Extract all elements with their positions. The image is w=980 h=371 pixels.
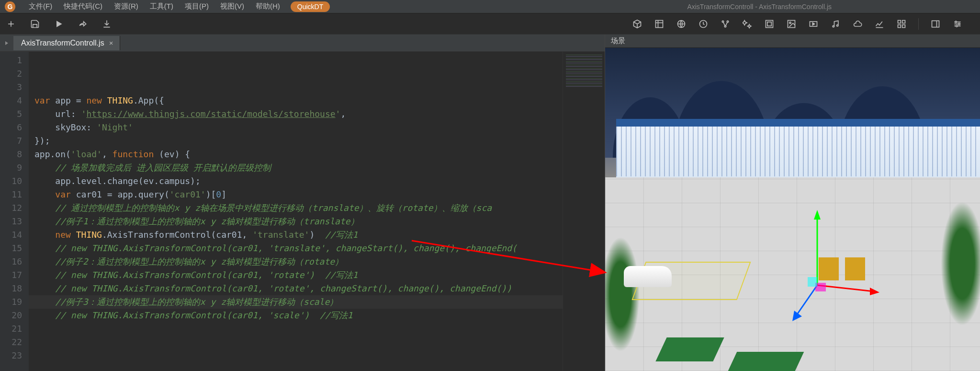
- code-editor[interactable]: 1234567891011121314151617181920212223 va…: [0, 52, 605, 371]
- tab-label: AxisTransformControll.js: [21, 39, 104, 47]
- scene-tree: [941, 201, 980, 326]
- tab-nav-left[interactable]: [0, 35, 13, 52]
- menu-snippet[interactable]: 快捷代码(C): [58, 0, 108, 13]
- minimap[interactable]: [563, 52, 605, 371]
- cloud-icon[interactable]: [852, 19, 863, 29]
- app-logo: G: [5, 1, 15, 12]
- toolbar: [0, 13, 980, 35]
- share-icon[interactable]: [78, 19, 88, 29]
- svg-rect-12: [767, 22, 771, 25]
- settings-icon[interactable]: [952, 19, 963, 29]
- menu-resource[interactable]: 资源(R): [108, 0, 144, 13]
- svg-point-30: [956, 25, 957, 26]
- svg-point-28: [955, 21, 957, 23]
- scene-pane: 场景: [605, 35, 980, 371]
- svg-point-8: [722, 21, 723, 22]
- svg-point-9: [727, 21, 728, 22]
- save-icon[interactable]: [30, 19, 40, 29]
- run-icon[interactable]: [54, 19, 64, 29]
- nodes-icon[interactable]: [720, 19, 731, 29]
- scene-block: [656, 337, 724, 361]
- svg-marker-35: [814, 210, 821, 220]
- svg-marker-39: [792, 311, 802, 321]
- window-title: AxisTransformControll - AxisTransformCon…: [687, 3, 832, 11]
- svg-point-18: [837, 24, 838, 26]
- panel-icon[interactable]: [930, 19, 941, 29]
- effects-icon[interactable]: [742, 19, 753, 29]
- clock-icon[interactable]: [698, 19, 709, 29]
- tab-active[interactable]: AxisTransformControll.js ×: [13, 36, 120, 50]
- svg-marker-37: [870, 288, 879, 295]
- axis-gizmo: [755, 201, 879, 326]
- svg-point-10: [724, 25, 726, 27]
- scene-block: [728, 352, 804, 371]
- svg-rect-22: [902, 24, 905, 27]
- svg-marker-31: [5, 41, 8, 45]
- grid-icon[interactable]: [896, 19, 907, 29]
- editor-pane: AxisTransformControll.js × 1234567891011…: [0, 35, 605, 371]
- close-icon[interactable]: ×: [109, 39, 113, 47]
- globe-icon[interactable]: [676, 19, 687, 29]
- svg-rect-41: [808, 277, 817, 287]
- code-content[interactable]: var app = new THING.App({ url: 'https://…: [29, 52, 563, 371]
- line-gutter: 1234567891011121314151617181920212223: [0, 52, 29, 371]
- chart-icon[interactable]: [874, 19, 885, 29]
- svg-rect-21: [898, 24, 901, 27]
- video-icon[interactable]: [808, 19, 819, 29]
- menu-file[interactable]: 文件(F): [23, 0, 58, 13]
- menu-project[interactable]: 项目(P): [179, 0, 214, 13]
- download-icon[interactable]: [101, 19, 112, 29]
- menu-help[interactable]: 帮助(H): [250, 0, 286, 13]
- svg-point-29: [958, 23, 960, 24]
- menu-tools[interactable]: 工具(T): [144, 0, 179, 13]
- new-icon[interactable]: [6, 19, 16, 29]
- audio-icon[interactable]: [830, 19, 841, 29]
- svg-line-38: [796, 285, 817, 316]
- tabbar: AxisTransformControll.js ×: [0, 35, 605, 52]
- svg-marker-2: [56, 21, 62, 27]
- image-icon[interactable]: [786, 19, 797, 29]
- svg-rect-3: [656, 20, 663, 27]
- svg-marker-16: [812, 23, 814, 25]
- cube-icon[interactable]: [632, 19, 642, 29]
- svg-rect-19: [898, 20, 901, 23]
- scene-car: [624, 266, 672, 287]
- svg-rect-23: [932, 21, 939, 27]
- svg-rect-20: [902, 20, 905, 23]
- scene-viewport[interactable]: [605, 48, 980, 371]
- svg-point-17: [833, 25, 834, 27]
- menubar: G 文件(F) 快捷代码(C) 资源(R) 工具(T) 项目(P) 视图(V) …: [0, 0, 980, 13]
- scene-header: 场景: [605, 35, 980, 48]
- menu-view[interactable]: 视图(V): [214, 0, 250, 13]
- svg-rect-11: [766, 20, 773, 27]
- svg-point-14: [789, 22, 791, 23]
- table-icon[interactable]: [654, 19, 665, 29]
- quickdt-button[interactable]: QuickDT: [291, 1, 330, 12]
- layout-icon[interactable]: [764, 19, 775, 29]
